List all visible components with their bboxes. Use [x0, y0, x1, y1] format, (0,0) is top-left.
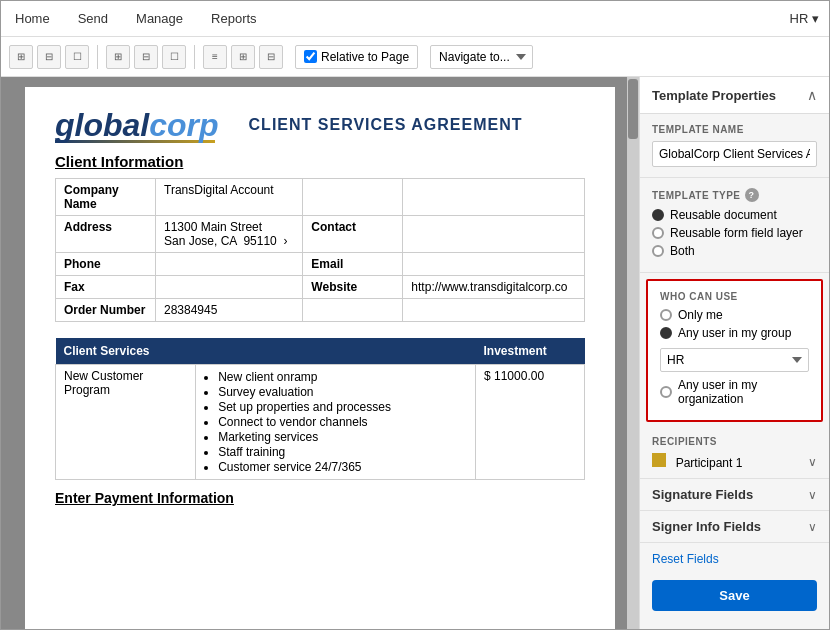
list-item: Survey evaluation: [218, 385, 467, 399]
radio-both-label: Both: [670, 244, 695, 258]
radio-form-field-indicator: [652, 227, 664, 239]
menu-items: Home Send Manage Reports: [11, 3, 261, 34]
doc-page: globalcorp CLIENT SERVICES AGREEMENT Cli…: [25, 87, 615, 629]
collapse-icon[interactable]: ∧: [807, 87, 817, 103]
signature-chevron-icon: ∨: [808, 488, 817, 502]
radio-reusable-doc-label: Reusable document: [670, 208, 777, 222]
logo: globalcorp: [55, 107, 219, 143]
service-items: New client onramp Survey evaluation Set …: [196, 365, 476, 480]
value-phone: [156, 253, 303, 276]
toolbar-icon-8[interactable]: ⊞: [231, 45, 255, 69]
agreement-title: CLIENT SERVICES AGREEMENT: [249, 116, 523, 134]
value-email: [403, 253, 585, 276]
toolbar-icon-5[interactable]: ⊟: [134, 45, 158, 69]
right-panel: Template Properties ∧ TEMPLATE NAME TEMP…: [639, 77, 829, 629]
toolbar-icon-6[interactable]: ☐: [162, 45, 186, 69]
recipients-label: RECIPIENTS: [652, 436, 817, 447]
table-row: Address 11300 Main StreetSan Jose, CA 95…: [56, 216, 585, 253]
label-email: Email: [303, 253, 403, 276]
radio-both-indicator: [652, 245, 664, 257]
services-table: Client Services Investment New CustomerP…: [55, 338, 585, 480]
scroll-thumb: [628, 79, 638, 139]
radio-any-group[interactable]: Any user in my group: [660, 326, 809, 340]
list-item: Staff training: [218, 445, 467, 459]
list-item: Connect to vendor channels: [218, 415, 467, 429]
label-order: Order Number: [56, 299, 156, 322]
service-price: $ 11000.00: [476, 365, 585, 480]
client-info-title: Client Information: [55, 153, 585, 170]
toolbar-icon-3[interactable]: ☐: [65, 45, 89, 69]
radio-both[interactable]: Both: [652, 244, 817, 258]
help-icon[interactable]: ?: [745, 188, 759, 202]
app-container: Home Send Manage Reports HR ⊞ ⊟ ☐ ⊞ ⊟ ☐ …: [0, 0, 830, 630]
navigate-dropdown[interactable]: Navigate to...: [430, 45, 533, 69]
label-address: Address: [56, 216, 156, 253]
table-row: Order Number 28384945: [56, 299, 585, 322]
template-name-input[interactable]: [652, 141, 817, 167]
recipient-item: Participant 1 ∨: [652, 453, 817, 470]
radio-only-me-indicator: [660, 309, 672, 321]
radio-any-org-label: Any user in my organization: [678, 378, 809, 406]
radio-reusable-doc[interactable]: Reusable document: [652, 208, 817, 222]
signature-fields-section[interactable]: Signature Fields ∨: [640, 479, 829, 511]
main-area: globalcorp CLIENT SERVICES AGREEMENT Cli…: [1, 77, 829, 629]
save-button[interactable]: Save: [652, 580, 817, 611]
radio-any-group-indicator: [660, 327, 672, 339]
radio-any-org-indicator: [660, 386, 672, 398]
label-company: Company Name: [56, 179, 156, 216]
menu-home[interactable]: Home: [11, 3, 54, 34]
list-item: Customer service 24/7/365: [218, 460, 467, 474]
template-name-section: TEMPLATE NAME: [640, 114, 829, 178]
menu-reports[interactable]: Reports: [207, 3, 261, 34]
radio-only-me-label: Only me: [678, 308, 723, 322]
who-can-use-label: WHO CAN USE: [660, 291, 809, 302]
services-col-header: Client Services: [56, 338, 196, 365]
toolbar-icon-2[interactable]: ⊟: [37, 45, 61, 69]
toolbar-icon-7[interactable]: ≡: [203, 45, 227, 69]
menu-manage[interactable]: Manage: [132, 3, 187, 34]
scroll-bar[interactable]: [627, 77, 639, 629]
toolbar: ⊞ ⊟ ☐ ⊞ ⊟ ☐ ≡ ⊞ ⊟ Relative to Page Navig…: [1, 37, 829, 77]
recipient-badge: [652, 453, 666, 467]
table-row: Company Name TransDigital Account: [56, 179, 585, 216]
investment-header: Investment: [476, 338, 585, 365]
panel-title: Template Properties: [652, 88, 776, 103]
logo-corp: corp: [149, 107, 218, 143]
relative-page-checkbox[interactable]: [304, 50, 317, 63]
services-desc-header: [196, 338, 476, 365]
toolbar-sep-1: [97, 45, 98, 69]
empty-value: [403, 299, 585, 322]
toolbar-icon-9[interactable]: ⊟: [259, 45, 283, 69]
radio-only-me[interactable]: Only me: [660, 308, 809, 322]
relative-page-button[interactable]: Relative to Page: [295, 45, 418, 69]
panel-header: Template Properties ∧: [640, 77, 829, 114]
group-dropdown[interactable]: HR Finance Sales: [660, 348, 809, 372]
list-item: Marketing services: [218, 430, 467, 444]
reset-link-section: Reset Fields: [640, 543, 829, 574]
toolbar-icon-4[interactable]: ⊞: [106, 45, 130, 69]
value-fax: [156, 276, 303, 299]
menu-send[interactable]: Send: [74, 3, 112, 34]
reset-link[interactable]: Reset Fields: [652, 552, 719, 566]
recipient-chevron-icon[interactable]: ∨: [808, 455, 817, 469]
radio-reusable-doc-indicator: [652, 209, 664, 221]
value-website: http://www.transdigitalcorp.co: [403, 276, 585, 299]
toolbar-icon-1[interactable]: ⊞: [9, 45, 33, 69]
template-type-label: TEMPLATE TYPE ?: [652, 188, 817, 202]
signer-info-chevron-icon: ∨: [808, 520, 817, 534]
signer-info-label: Signer Info Fields: [652, 519, 761, 534]
radio-form-field-label: Reusable form field layer: [670, 226, 803, 240]
radio-form-field[interactable]: Reusable form field layer: [652, 226, 817, 240]
relative-page-label: Relative to Page: [321, 50, 409, 64]
client-info-table: Company Name TransDigital Account Addres…: [55, 178, 585, 322]
list-item: New client onramp: [218, 370, 467, 384]
value-address: 11300 Main StreetSan Jose, CA 95110 ›: [156, 216, 303, 253]
user-menu[interactable]: HR: [790, 11, 819, 26]
template-type-section: TEMPLATE TYPE ? Reusable document Reusab…: [640, 178, 829, 273]
label-website: Website: [303, 276, 403, 299]
label-col2: [303, 179, 403, 216]
value-col2: [403, 179, 585, 216]
value-order: 28384945: [156, 299, 303, 322]
radio-any-org[interactable]: Any user in my organization: [660, 378, 809, 406]
signer-info-section[interactable]: Signer Info Fields ∨: [640, 511, 829, 543]
